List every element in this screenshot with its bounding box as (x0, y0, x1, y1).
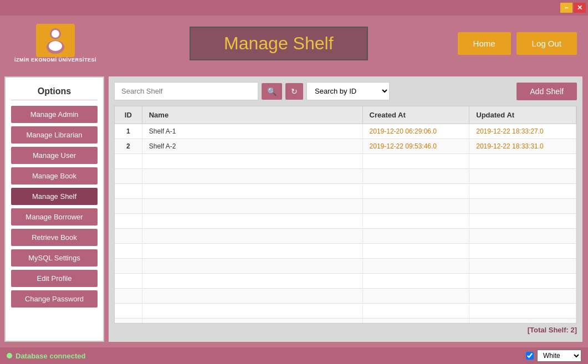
search-icon: 🔍 (267, 87, 277, 96)
table-row-empty (115, 259, 576, 274)
sidebar-item-manage-admin[interactable]: Manage Admin (11, 106, 98, 123)
search-type-dropdown[interactable]: Search by ID Search by Name (306, 82, 390, 100)
main-layout: Options Manage Admin Manage Librarian Ma… (0, 71, 588, 347)
col-id: ID (115, 106, 142, 124)
svg-point-4 (49, 41, 62, 51)
table-row[interactable]: 2 Shelf A-2 2019-12-22 09:53:46.0 2019-1… (115, 139, 576, 154)
sidebar-item-manage-librarian[interactable]: Manage Librarian (11, 126, 98, 143)
table-row-empty (115, 319, 576, 324)
svg-point-3 (52, 30, 59, 38)
logo-area: İZMİR EKONOMİ ÜNİVERSİTESİ (11, 24, 100, 63)
theme-checkbox[interactable] (526, 352, 534, 360)
header: İZMİR EKONOMİ ÜNİVERSİTESİ Manage Shelf … (0, 16, 588, 71)
sidebar-item-edit-profile[interactable]: Edit Profile (11, 270, 98, 287)
theme-dropdown[interactable]: White (537, 350, 581, 362)
sidebar-item-manage-borrower[interactable]: Manage Borrower (11, 208, 98, 225)
sidebar-item-manage-book[interactable]: Manage Book (11, 167, 98, 184)
table-row-empty (115, 304, 576, 319)
search-bar: 🔍 ↻ Search by ID Search by Name Add Shel… (114, 82, 577, 100)
logout-button[interactable]: Log Out (517, 32, 577, 55)
footer: Database connected White (0, 347, 588, 364)
db-status-dot (7, 353, 12, 358)
db-status: Database connected (7, 352, 85, 360)
table-row-empty (115, 229, 576, 244)
table-row-empty (115, 274, 576, 289)
content-area: 🔍 ↻ Search by ID Search by Name Add Shel… (109, 76, 582, 342)
sidebar-item-change-password[interactable]: Change Password (11, 290, 98, 307)
refresh-icon: ↻ (291, 87, 298, 96)
table-row-empty (115, 199, 576, 214)
table-row-empty (115, 169, 576, 184)
cell-id: 2 (115, 139, 142, 154)
table-row-empty (115, 214, 576, 229)
home-button[interactable]: Home (458, 32, 511, 55)
sidebar: Options Manage Admin Manage Librarian Ma… (4, 76, 104, 342)
cell-created-at: 2019-12-22 09:53:46.0 (362, 139, 469, 154)
db-status-label: Database connected (16, 352, 85, 360)
university-logo (36, 24, 75, 57)
col-name: Name (142, 106, 362, 124)
search-input[interactable] (114, 82, 258, 100)
minimize-button[interactable]: − (560, 3, 572, 13)
table-header-row: ID Name Created At Updated At (115, 106, 576, 124)
table-row-empty (115, 154, 576, 169)
cell-updated-at: 2019-12-22 18:33:31.0 (469, 139, 576, 154)
table-row-empty (115, 184, 576, 199)
search-button[interactable]: 🔍 (262, 83, 282, 100)
cell-updated-at: 2019-12-22 18:33:27.0 (469, 124, 576, 139)
table-row-empty (115, 289, 576, 304)
table-row-empty (115, 244, 576, 259)
col-created-at: Created At (362, 106, 469, 124)
header-buttons: Home Log Out (458, 32, 577, 55)
cell-name: Shelf A-2 (142, 139, 362, 154)
theme-select-area: White (526, 350, 581, 362)
sidebar-item-manage-shelf[interactable]: Manage Shelf (11, 188, 98, 205)
close-button[interactable]: ✕ (574, 3, 586, 13)
total-label: [Total Shelf: 2] (114, 324, 577, 336)
page-title: Manage Shelf (190, 27, 367, 60)
shelf-table: ID Name Created At Updated At 1 Shelf A-… (115, 106, 576, 324)
cell-name: Shelf A-1 (142, 124, 362, 139)
sidebar-item-mysql-settings[interactable]: MySQL Settings (11, 249, 98, 266)
university-name: İZMİR EKONOMİ ÜNİVERSİTESİ (14, 57, 96, 63)
col-updated-at: Updated At (469, 106, 576, 124)
sidebar-item-retrieve-book[interactable]: Retrieve Book (11, 229, 98, 246)
add-shelf-button[interactable]: Add Shelf (517, 83, 577, 100)
sidebar-item-manage-user[interactable]: Manage User (11, 147, 98, 164)
sidebar-title: Options (11, 83, 98, 100)
cell-id: 1 (115, 124, 142, 139)
shelf-table-container: ID Name Created At Updated At 1 Shelf A-… (114, 106, 577, 324)
table-row[interactable]: 1 Shelf A-1 2019-12-20 06:29:06.0 2019-1… (115, 124, 576, 139)
refresh-button[interactable]: ↻ (285, 83, 303, 100)
title-bar: − ✕ (0, 0, 588, 16)
cell-created-at: 2019-12-20 06:29:06.0 (362, 124, 469, 139)
